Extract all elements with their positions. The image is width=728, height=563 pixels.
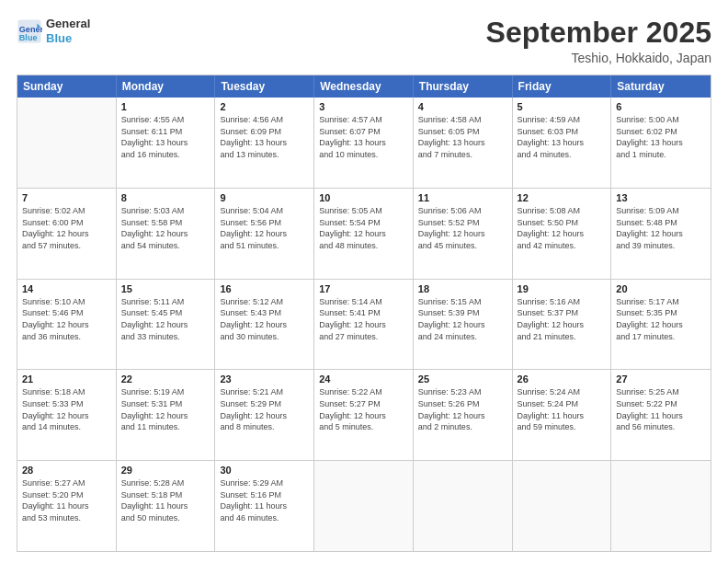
weekday-header: Saturday: [611, 75, 711, 98]
calendar-body: 1Sunrise: 4:55 AM Sunset: 6:11 PM Daylig…: [17, 98, 711, 551]
day-info: Sunrise: 5:25 AM Sunset: 5:22 PM Dayligh…: [616, 386, 706, 432]
day-info: Sunrise: 5:23 AM Sunset: 5:26 PM Dayligh…: [418, 386, 507, 432]
calendar-row: 21Sunrise: 5:18 AM Sunset: 5:33 PM Dayli…: [17, 369, 711, 460]
day-number: 26: [518, 373, 607, 385]
calendar-day-16: 16Sunrise: 5:12 AM Sunset: 5:43 PM Dayli…: [215, 280, 314, 370]
logo-icon: General Blue: [17, 18, 42, 44]
calendar-page: General Blue GeneralBlue September 2025 …: [0, 0, 728, 563]
calendar-empty-cell: [513, 461, 612, 551]
calendar-day-28: 28Sunrise: 5:27 AM Sunset: 5:20 PM Dayli…: [17, 461, 117, 551]
day-info: Sunrise: 5:04 AM Sunset: 5:56 PM Dayligh…: [220, 205, 309, 251]
weekday-header: Monday: [117, 75, 216, 98]
calendar-empty-cell: [17, 98, 117, 188]
day-info: Sunrise: 5:27 AM Sunset: 5:20 PM Dayligh…: [22, 477, 111, 523]
day-number: 24: [319, 373, 408, 385]
day-number: 27: [616, 373, 706, 385]
calendar-header: SundayMondayTuesdayWednesdayThursdayFrid…: [17, 75, 711, 98]
day-info: Sunrise: 5:28 AM Sunset: 5:18 PM Dayligh…: [121, 477, 210, 523]
day-number: 21: [22, 373, 111, 385]
day-info: Sunrise: 5:24 AM Sunset: 5:24 PM Dayligh…: [518, 386, 607, 432]
calendar-day-8: 8Sunrise: 5:03 AM Sunset: 5:58 PM Daylig…: [117, 189, 216, 279]
calendar-day-18: 18Sunrise: 5:15 AM Sunset: 5:39 PM Dayli…: [414, 280, 513, 370]
day-info: Sunrise: 5:00 AM Sunset: 6:02 PM Dayligh…: [616, 114, 706, 160]
calendar-day-14: 14Sunrise: 5:10 AM Sunset: 5:46 PM Dayli…: [17, 280, 117, 370]
calendar: SundayMondayTuesdayWednesdayThursdayFrid…: [17, 75, 711, 552]
day-info: Sunrise: 5:14 AM Sunset: 5:41 PM Dayligh…: [319, 296, 408, 342]
calendar-day-5: 5Sunrise: 4:59 AM Sunset: 6:03 PM Daylig…: [513, 98, 612, 188]
weekday-header: Sunday: [17, 75, 117, 98]
day-info: Sunrise: 5:19 AM Sunset: 5:31 PM Dayligh…: [121, 386, 210, 432]
day-number: 28: [22, 465, 111, 476]
day-number: 1: [121, 101, 210, 112]
day-info: Sunrise: 5:05 AM Sunset: 5:54 PM Dayligh…: [319, 205, 408, 251]
calendar-day-9: 9Sunrise: 5:04 AM Sunset: 5:56 PM Daylig…: [215, 189, 314, 279]
calendar-day-20: 20Sunrise: 5:17 AM Sunset: 5:35 PM Dayli…: [611, 280, 711, 370]
calendar-day-22: 22Sunrise: 5:19 AM Sunset: 5:31 PM Dayli…: [117, 370, 216, 460]
weekday-header: Friday: [513, 75, 612, 98]
day-number: 18: [418, 283, 507, 294]
day-info: Sunrise: 5:18 AM Sunset: 5:33 PM Dayligh…: [22, 386, 111, 432]
day-number: 23: [220, 373, 309, 385]
month-title: September 2025: [486, 17, 711, 49]
day-info: Sunrise: 4:56 AM Sunset: 6:09 PM Dayligh…: [220, 114, 309, 160]
calendar-row: 28Sunrise: 5:27 AM Sunset: 5:20 PM Dayli…: [17, 460, 711, 551]
day-number: 8: [121, 192, 210, 203]
calendar-day-13: 13Sunrise: 5:09 AM Sunset: 5:48 PM Dayli…: [611, 189, 711, 279]
day-info: Sunrise: 4:55 AM Sunset: 6:11 PM Dayligh…: [121, 114, 210, 160]
calendar-day-1: 1Sunrise: 4:55 AM Sunset: 6:11 PM Daylig…: [117, 98, 216, 188]
calendar-day-4: 4Sunrise: 4:58 AM Sunset: 6:05 PM Daylig…: [414, 98, 513, 188]
calendar-day-3: 3Sunrise: 4:57 AM Sunset: 6:07 PM Daylig…: [314, 98, 414, 188]
day-info: Sunrise: 5:08 AM Sunset: 5:50 PM Dayligh…: [518, 205, 607, 251]
day-number: 25: [418, 373, 507, 385]
logo-line2: Blue: [46, 31, 90, 46]
day-number: 19: [518, 283, 607, 294]
calendar-row: 1Sunrise: 4:55 AM Sunset: 6:11 PM Daylig…: [17, 98, 711, 188]
day-info: Sunrise: 4:58 AM Sunset: 6:05 PM Dayligh…: [418, 114, 507, 160]
calendar-day-2: 2Sunrise: 4:56 AM Sunset: 6:09 PM Daylig…: [215, 98, 314, 188]
day-number: 5: [518, 101, 607, 112]
calendar-day-25: 25Sunrise: 5:23 AM Sunset: 5:26 PM Dayli…: [414, 370, 513, 460]
calendar-day-29: 29Sunrise: 5:28 AM Sunset: 5:18 PM Dayli…: [117, 461, 216, 551]
day-number: 12: [518, 192, 607, 203]
weekday-header: Thursday: [414, 75, 513, 98]
day-number: 14: [22, 283, 111, 294]
day-number: 3: [319, 101, 408, 112]
svg-text:Blue: Blue: [19, 32, 38, 41]
day-number: 10: [319, 192, 408, 203]
day-info: Sunrise: 5:03 AM Sunset: 5:58 PM Dayligh…: [121, 205, 210, 251]
day-info: Sunrise: 4:57 AM Sunset: 6:07 PM Dayligh…: [319, 114, 408, 160]
location: Teshio, Hokkaido, Japan: [486, 51, 711, 65]
day-info: Sunrise: 5:10 AM Sunset: 5:46 PM Dayligh…: [22, 296, 111, 342]
calendar-empty-cell: [314, 461, 414, 551]
calendar-day-19: 19Sunrise: 5:16 AM Sunset: 5:37 PM Dayli…: [513, 280, 612, 370]
day-info: Sunrise: 5:17 AM Sunset: 5:35 PM Dayligh…: [616, 296, 706, 342]
day-number: 29: [121, 465, 210, 476]
logo-line1: General: [46, 17, 90, 31]
day-number: 6: [616, 101, 706, 112]
day-number: 13: [616, 192, 706, 203]
day-info: Sunrise: 5:06 AM Sunset: 5:52 PM Dayligh…: [418, 205, 507, 251]
day-info: Sunrise: 5:12 AM Sunset: 5:43 PM Dayligh…: [220, 296, 309, 342]
day-number: 16: [220, 283, 309, 294]
calendar-day-30: 30Sunrise: 5:29 AM Sunset: 5:16 PM Dayli…: [215, 461, 314, 551]
weekday-header: Tuesday: [215, 75, 314, 98]
calendar-day-27: 27Sunrise: 5:25 AM Sunset: 5:22 PM Dayli…: [611, 370, 711, 460]
calendar-day-17: 17Sunrise: 5:14 AM Sunset: 5:41 PM Dayli…: [314, 280, 414, 370]
day-number: 4: [418, 101, 507, 112]
day-number: 15: [121, 283, 210, 294]
day-number: 11: [418, 192, 507, 203]
day-info: Sunrise: 5:16 AM Sunset: 5:37 PM Dayligh…: [518, 296, 607, 342]
day-info: Sunrise: 5:29 AM Sunset: 5:16 PM Dayligh…: [220, 477, 309, 523]
day-number: 30: [220, 465, 309, 476]
calendar-day-12: 12Sunrise: 5:08 AM Sunset: 5:50 PM Dayli…: [513, 189, 612, 279]
day-number: 7: [22, 192, 111, 203]
weekday-header: Wednesday: [314, 75, 414, 98]
calendar-empty-cell: [611, 461, 711, 551]
day-info: Sunrise: 5:21 AM Sunset: 5:29 PM Dayligh…: [220, 386, 309, 432]
calendar-day-6: 6Sunrise: 5:00 AM Sunset: 6:02 PM Daylig…: [611, 98, 711, 188]
day-number: 9: [220, 192, 309, 203]
day-info: Sunrise: 5:09 AM Sunset: 5:48 PM Dayligh…: [616, 205, 706, 251]
day-info: Sunrise: 4:59 AM Sunset: 6:03 PM Dayligh…: [518, 114, 607, 160]
calendar-day-26: 26Sunrise: 5:24 AM Sunset: 5:24 PM Dayli…: [513, 370, 612, 460]
calendar-day-24: 24Sunrise: 5:22 AM Sunset: 5:27 PM Dayli…: [314, 370, 414, 460]
